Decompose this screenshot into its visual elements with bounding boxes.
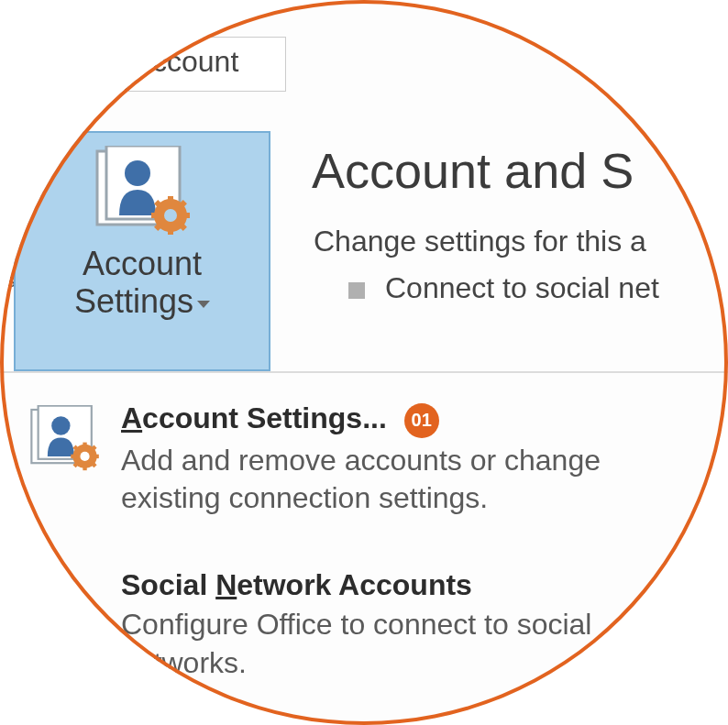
svg-rect-4 — [168, 196, 173, 203]
account-settings-dropdown-button[interactable]: Account Settings — [14, 131, 270, 371]
pane-bullet-connect: Connect to social net — [348, 271, 659, 305]
svg-point-12 — [164, 209, 177, 222]
menu-item2-description: Configure Office to connect to social ne… — [121, 606, 697, 682]
svg-rect-20 — [94, 455, 99, 458]
account-settings-icon — [16, 146, 269, 237]
account-tab-fragment: ccount — [128, 37, 286, 92]
svg-rect-17 — [83, 443, 86, 448]
account-settings-label-line2: Settings — [74, 282, 193, 320]
pane-subtitle: Change settings for this a — [314, 225, 646, 258]
menu-item-account-settings[interactable]: Account Settings... 01 Add and remove ac… — [28, 401, 697, 518]
svg-rect-6 — [151, 213, 159, 218]
divider — [0, 371, 728, 373]
svg-rect-18 — [83, 465, 86, 470]
svg-point-2 — [125, 160, 150, 186]
account-settings-label-line1: Account — [16, 245, 269, 282]
menu-item1-title-accel: A — [121, 401, 142, 434]
account-settings-menu-icon — [28, 401, 101, 477]
menu-item2-title-accel: N — [215, 568, 237, 601]
pane-title: Account and S — [312, 142, 634, 199]
social-network-menu-icon — [28, 568, 101, 643]
svg-point-26 — [53, 576, 74, 597]
svg-point-25 — [80, 452, 89, 461]
menu-item-social-network-accounts[interactable]: Social Network Accounts Configure Office… — [28, 568, 697, 682]
svg-rect-7 — [182, 213, 190, 218]
menu-item1-title-rest: ccount Settings... — [142, 401, 387, 434]
menu-item1-description: Add and remove accounts or change existi… — [121, 442, 697, 518]
svg-point-15 — [51, 416, 70, 434]
menu-item2-title-pre: Social — [121, 568, 215, 601]
chevron-down-icon — [197, 301, 210, 308]
pane-bullet-text: Connect to social net — [385, 271, 659, 304]
square-bullet-icon — [348, 282, 365, 299]
svg-rect-5 — [168, 227, 173, 235]
svg-rect-19 — [71, 455, 76, 458]
menu-item2-title-post: etwork Accounts — [237, 568, 472, 601]
callout-badge-01: 01 — [404, 403, 439, 438]
